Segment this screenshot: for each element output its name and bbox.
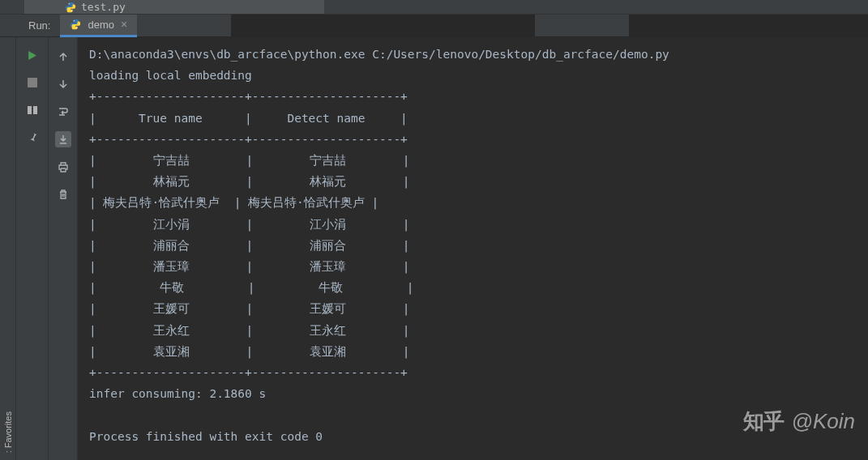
down-arrow-button[interactable] bbox=[55, 76, 71, 92]
divider bbox=[629, 15, 868, 37]
divider bbox=[231, 15, 535, 37]
print-button[interactable] bbox=[55, 159, 71, 175]
editor-tab-bar: test.py bbox=[0, 0, 868, 15]
layout-toggle-button[interactable] bbox=[26, 104, 39, 117]
clear-all-button[interactable] bbox=[55, 186, 71, 202]
watermark-author: @Koin bbox=[792, 409, 855, 434]
scroll-to-end-button[interactable] bbox=[55, 131, 71, 147]
python-icon bbox=[70, 19, 81, 30]
file-tab-label: test.py bbox=[81, 1, 126, 13]
left-side-tool-tabs: : Favorites bbox=[0, 37, 16, 460]
close-icon[interactable]: × bbox=[121, 18, 127, 31]
svg-point-2 bbox=[74, 20, 75, 21]
favorites-tool-tab[interactable]: : Favorites bbox=[3, 408, 13, 456]
soft-wrap-button[interactable] bbox=[55, 104, 71, 120]
svg-rect-5 bbox=[33, 106, 37, 114]
zhihu-logo: 知乎 bbox=[743, 407, 784, 436]
python-file-icon bbox=[65, 2, 76, 13]
rerun-button[interactable] bbox=[26, 49, 39, 62]
exec-actions-gutter bbox=[49, 37, 78, 460]
stop-button[interactable] bbox=[26, 76, 39, 89]
up-arrow-button[interactable] bbox=[55, 49, 71, 65]
run-tab-label: demo bbox=[88, 19, 114, 31]
svg-point-1 bbox=[71, 10, 72, 11]
svg-rect-4 bbox=[28, 106, 32, 114]
file-tab[interactable]: test.py bbox=[24, 0, 324, 14]
run-actions-gutter bbox=[16, 37, 49, 460]
svg-point-0 bbox=[69, 3, 70, 4]
run-toolbar: Run: demo × bbox=[0, 15, 868, 37]
svg-point-3 bbox=[77, 28, 78, 28]
run-config-tab[interactable]: demo × bbox=[60, 15, 137, 37]
watermark: 知乎 @Koin bbox=[743, 407, 855, 436]
run-panel-label: Run: bbox=[0, 19, 60, 32]
pin-button[interactable] bbox=[26, 131, 39, 144]
main-content: : Favorites bbox=[0, 37, 868, 460]
console-output[interactable]: D:\anaconda3\envs\db_arcface\python.exe … bbox=[78, 37, 868, 460]
